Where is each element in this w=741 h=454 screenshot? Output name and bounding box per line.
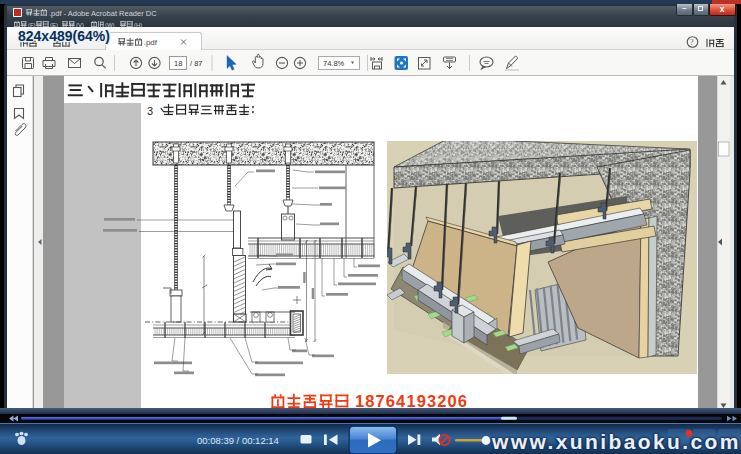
svg-text:00:08:39 / 00:12:14: 00:08:39 / 00:12:14	[197, 435, 279, 446]
